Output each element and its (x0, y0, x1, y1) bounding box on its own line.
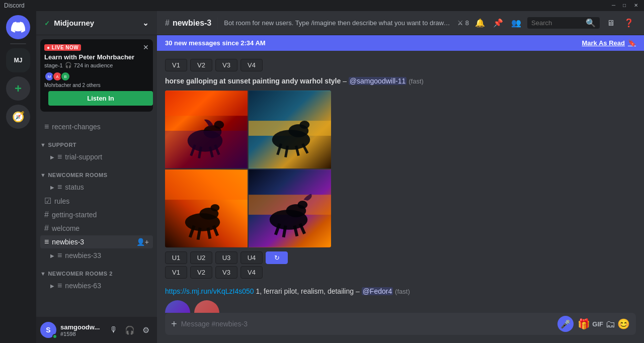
trial-support-icon: ≡ (57, 152, 62, 161)
horse-prompt-text: horse galloping at sunset painting andy … (165, 77, 341, 85)
horse-image-3 (165, 169, 248, 247)
sticker-button[interactable]: 🗂 (605, 318, 615, 330)
mic-button[interactable]: 🎙 (107, 323, 121, 337)
maximize-button[interactable]: □ (623, 3, 629, 9)
u1-button[interactable]: U1 (165, 251, 187, 264)
title-bar: Discord ─ □ ✕ (0, 0, 644, 11)
listen-in-button[interactable]: Listen In (48, 91, 153, 106)
help-button[interactable]: ❓ (622, 16, 636, 30)
user-avatar: S (40, 322, 56, 338)
search-icon: 🔍 (586, 18, 596, 28)
svg-point-23 (210, 204, 219, 211)
v3-top-button[interactable]: V3 (215, 59, 237, 71)
search-input[interactable] (531, 19, 584, 27)
pin-button[interactable]: 📌 (491, 16, 505, 30)
server-header[interactable]: ✓ Midjourney ⌄ (36, 11, 157, 35)
channel-newbies-33[interactable]: ▶ ≡ newbies-33 (40, 249, 153, 262)
category-label-newcomer: NEWCOMER ROOMS (48, 172, 107, 178)
live-close-btn[interactable]: ✕ (143, 43, 149, 51)
app-name: Discord (4, 2, 25, 9)
emoji-button[interactable]: 😊 (617, 318, 630, 330)
live-title: Learn with Peter Mohrbacher (44, 53, 149, 61)
midjourney-server-icon[interactable]: MJ (6, 48, 30, 72)
recent-changes-icon: ≡ (44, 122, 49, 131)
v2-button-2[interactable]: V2 (190, 266, 212, 279)
channel-rules[interactable]: ☑ rules (40, 194, 153, 208)
newbies-33-icon: ≡ (57, 251, 62, 260)
username-display: samgoodw... (60, 323, 103, 331)
category-newcomer-rooms2[interactable]: ▼ NEWCOMER ROOMS 2 (36, 263, 157, 279)
category-label-newcomer2: NEWCOMER ROOMS 2 (48, 271, 112, 277)
status-expand: ▶ (50, 185, 54, 190)
u4-button[interactable]: U4 (240, 251, 263, 264)
category-support[interactable]: ▼ SUPPORT (36, 134, 157, 150)
channel-getting-started[interactable]: # getting-started (40, 208, 153, 221)
channel-status[interactable]: ▶ ≡ status (40, 181, 153, 194)
channel-newbies-3[interactable]: ≡ newbies-3 👤+ (40, 235, 153, 248)
voice-button[interactable]: 🎤 (557, 316, 574, 332)
message-input[interactable] (181, 320, 554, 328)
svg-point-3 (214, 121, 224, 129)
members-panel-button[interactable]: 👥 (509, 16, 523, 30)
newbies-3-add-user-icon[interactable]: 👤+ (136, 238, 149, 246)
ferrari-username: @Fedor4 (362, 287, 393, 295)
gift-button[interactable]: 🎁 (578, 318, 590, 330)
v1-top-button[interactable]: V1 (165, 59, 187, 71)
ferrari-separator: – (356, 287, 362, 295)
avatar-3: B (60, 71, 70, 81)
channel-newbies-63[interactable]: ▶ ≡ newbies-63 (40, 279, 153, 292)
gif-button[interactable]: GIF (592, 320, 603, 328)
newbies-33-label: newbies-33 (65, 251, 101, 260)
channel-trial-support[interactable]: ▶ ≡ trial-support (40, 150, 153, 163)
app-body: MJ + 🧭 ✓ Midjourney ⌄ ● LIVE NOW ✕ Learn… (0, 11, 644, 343)
svg-point-14 (299, 121, 309, 129)
server-dropdown-icon[interactable]: ⌄ (142, 19, 149, 28)
add-content-button[interactable]: + (171, 318, 177, 330)
search-bar[interactable]: 🔍 (527, 17, 600, 29)
channel-welcome[interactable]: # welcome (40, 222, 153, 235)
horse-message-group: horse galloping at sunset painting andy … (165, 76, 636, 279)
v4-top-button[interactable]: V4 (240, 59, 263, 71)
inbox-button[interactable]: 🖥 (604, 16, 618, 30)
channel-recent-changes[interactable]: ≡ recent-changes (40, 120, 153, 133)
mark-as-read-button[interactable]: Mark As Read 🔖 (582, 39, 636, 47)
v4-button-2[interactable]: V4 (240, 266, 263, 279)
svg-point-32 (297, 201, 307, 209)
ferrari-link[interactable]: https://s.mj.run/vKqLzI4s050 (165, 287, 254, 295)
ferrari-message-group: https://s.mj.run/vKqLzI4s050 1, ferrari … (165, 287, 636, 313)
close-button[interactable]: ✕ (634, 3, 640, 9)
welcome-icon: # (44, 224, 49, 233)
bookmark-icon: 🔖 (628, 39, 636, 47)
newbies-63-label: newbies-63 (65, 282, 101, 290)
explore-servers-button[interactable]: 🧭 (6, 105, 30, 129)
server-name: Midjourney (54, 19, 94, 27)
channel-hash-icon: # (165, 19, 170, 28)
newbies-3-icon: ≡ (44, 237, 49, 246)
v3-button-2[interactable]: V3 (215, 266, 237, 279)
ferrari-speed-badge: (fast) (395, 288, 410, 295)
notifications-button[interactable]: 🔔 (473, 16, 487, 30)
discord-home-button[interactable] (6, 15, 30, 39)
v-buttons-2: V1 V2 V3 V4 (165, 266, 636, 279)
channel-list: ≡ recent-changes ▼ SUPPORT ▶ ≡ trial-sup… (36, 116, 157, 317)
u3-button[interactable]: U3 (215, 251, 237, 264)
loading-avatar-1 (165, 300, 190, 313)
newbies-3-label: newbies-3 (52, 238, 84, 246)
u2-button[interactable]: U2 (190, 251, 212, 264)
headphones-button[interactable]: 🎧 (123, 323, 137, 337)
refresh-button[interactable]: ↻ (266, 251, 288, 264)
v2-top-button[interactable]: V2 (190, 59, 212, 71)
user-actions: 🎙 🎧 ⚙ (107, 323, 153, 337)
members-icon: ⚔ (457, 19, 463, 27)
v1-button-2[interactable]: V1 (165, 266, 187, 279)
add-server-button[interactable]: + (6, 76, 30, 101)
live-banner-header: ● LIVE NOW ✕ (44, 43, 149, 51)
minimize-button[interactable]: ─ (612, 3, 618, 9)
avatar-letter: S (46, 326, 50, 334)
newbies-33-expand: ▶ (50, 253, 54, 259)
category-newcomer-rooms[interactable]: ▼ NEWCOMER ROOMS (36, 164, 157, 180)
newbies-63-expand: ▶ (50, 283, 54, 289)
avatar-group: M A B (44, 71, 101, 81)
user-tag-display: #1598 (60, 331, 103, 337)
settings-button[interactable]: ⚙ (139, 323, 153, 337)
